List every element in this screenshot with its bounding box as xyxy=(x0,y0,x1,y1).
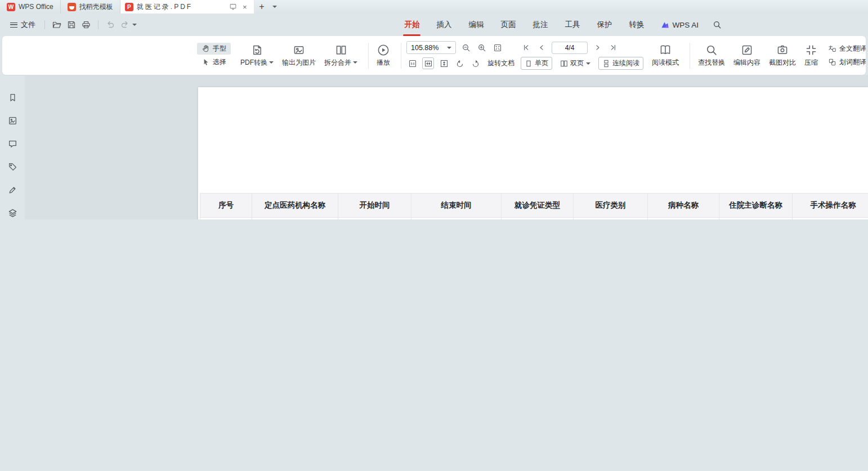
pdf-page: 序号定点医药机构名称开始时间结束时间就诊凭证类型医疗类别病种名称住院主诊断名称手… xyxy=(198,87,868,219)
undo-button[interactable] xyxy=(103,18,118,32)
find-replace-label: 查找替换 xyxy=(698,58,725,68)
close-tab-icon[interactable] xyxy=(240,3,249,11)
pdf-convert-button[interactable]: PDF转换 xyxy=(238,42,276,69)
tab-edit[interactable]: 编辑 xyxy=(460,14,492,36)
find-replace-button[interactable]: 查找替换 xyxy=(695,42,728,69)
rotate-left-button[interactable] xyxy=(454,57,466,69)
compress-button[interactable]: 压缩 xyxy=(802,42,821,69)
play-button[interactable]: 播放 xyxy=(374,42,393,69)
file-menu-button[interactable]: 文件 xyxy=(6,17,40,32)
tab-list-dropdown-icon[interactable] xyxy=(272,6,277,8)
split-merge-icon xyxy=(335,44,347,56)
table-cell: - xyxy=(648,218,719,220)
left-panel-rail xyxy=(0,75,25,219)
pdf-convert-label: PDF转换 xyxy=(240,58,267,68)
page-indicator-input[interactable] xyxy=(552,42,588,54)
bookmarks-pane-button[interactable] xyxy=(6,91,19,104)
previous-page-button[interactable] xyxy=(536,42,548,53)
word-translate-icon xyxy=(828,58,836,66)
tab-home[interactable]: 开始 xyxy=(396,14,428,36)
continuous-reading-button[interactable]: 连续阅读 xyxy=(598,57,643,70)
document-title: 就医记录.PDF xyxy=(137,2,226,12)
chevron-down-icon xyxy=(447,47,451,49)
last-page-icon xyxy=(610,44,617,51)
tab-label: 找稻壳模板 xyxy=(79,2,113,12)
column-header: 就诊凭证类型 xyxy=(502,194,574,218)
toolbar: 手型 选择 PDF转换 输出为图片 拆分合并 xyxy=(2,36,866,75)
print-button[interactable] xyxy=(79,18,93,32)
redo-button[interactable] xyxy=(118,18,132,32)
tab-comment[interactable]: 批注 xyxy=(524,14,556,36)
read-mode-button[interactable]: 阅读模式 xyxy=(649,42,682,69)
fit-width-button[interactable] xyxy=(422,57,434,69)
layers-pane-button[interactable] xyxy=(6,206,19,219)
column-header: 病种名称 xyxy=(648,194,719,218)
screenshot-compare-button[interactable]: 截图对比 xyxy=(766,42,799,69)
rotate-right-button[interactable] xyxy=(469,57,481,69)
ribbon-tab-label: 页面 xyxy=(500,20,516,30)
new-tab-button[interactable] xyxy=(254,0,269,14)
edit-content-button[interactable]: 编辑内容 xyxy=(731,42,763,69)
zoom-level-select[interactable]: 105.88% xyxy=(406,41,456,54)
medical-records-table: 序号定点医药机构名称开始时间结束时间就诊凭证类型医疗类别病种名称住院主诊断名称手… xyxy=(200,193,868,219)
zoom-in-button[interactable] xyxy=(476,42,487,53)
single-page-icon xyxy=(525,60,533,68)
monitor-icon[interactable] xyxy=(229,3,237,11)
tags-pane-button[interactable] xyxy=(6,160,19,173)
select-tool-button[interactable]: 选择 xyxy=(197,56,231,68)
ribbon-tab-bar: 开始 插入 编辑 页面 批注 工具 保护 转换 WPS AI xyxy=(396,14,727,36)
word-translate-label: 划词翻译 xyxy=(839,57,866,67)
tab-document[interactable]: 就医记录.PDF xyxy=(120,0,254,14)
single-page-label: 单页 xyxy=(535,59,548,68)
search-icon xyxy=(713,20,722,29)
tab-wps-ai[interactable]: WPS AI xyxy=(652,14,707,36)
actual-size-button[interactable] xyxy=(406,57,418,69)
rotate-document-button[interactable]: 旋转文档 xyxy=(485,57,517,69)
single-page-button[interactable]: 单页 xyxy=(521,57,552,70)
undo-history-dropdown-icon[interactable] xyxy=(132,24,137,26)
column-header: 医疗类别 xyxy=(574,194,648,218)
docer-logo-icon xyxy=(68,3,76,11)
tag-icon xyxy=(8,162,17,172)
tab-convert[interactable]: 转换 xyxy=(620,14,652,36)
double-page-button[interactable]: 双页 xyxy=(556,57,594,70)
divider xyxy=(98,20,99,29)
next-page-icon xyxy=(594,44,601,51)
tab-tools[interactable]: 工具 xyxy=(556,14,588,36)
column-header: 结束时间 xyxy=(411,194,502,218)
edit-content-label: 编辑内容 xyxy=(733,58,760,68)
zoom-out-button[interactable] xyxy=(460,42,472,53)
fit-page-button[interactable] xyxy=(438,57,450,69)
tab-page[interactable]: 页面 xyxy=(492,14,524,36)
comment-icon xyxy=(8,139,17,149)
search-button[interactable] xyxy=(707,14,727,36)
redo-icon xyxy=(120,20,129,29)
hand-tool-button[interactable]: 手型 xyxy=(197,43,231,55)
menu-bar: 文件 xyxy=(0,14,868,36)
menu-icon xyxy=(10,23,17,28)
save-button[interactable] xyxy=(64,18,79,32)
next-page-button[interactable] xyxy=(592,42,603,53)
tab-insert[interactable]: 插入 xyxy=(428,14,460,36)
export-image-button[interactable]: 输出为图片 xyxy=(279,42,319,69)
signature-pane-button[interactable] xyxy=(6,183,19,196)
fit-width-icon xyxy=(424,59,433,68)
thumbnail-pane-icon xyxy=(8,116,17,125)
table-cell: 2022-08-10 xyxy=(411,218,502,220)
tab-docer-templates[interactable]: 找稻壳模板 xyxy=(61,0,120,14)
first-page-button[interactable] xyxy=(520,42,532,53)
open-file-button[interactable] xyxy=(50,18,64,32)
last-page-button[interactable] xyxy=(607,42,619,53)
screenshot-compare-icon xyxy=(776,44,789,56)
double-page-label: 双页 xyxy=(570,59,584,68)
table-cell: 2022-08-10 xyxy=(338,218,411,220)
full-text-translate-button[interactable]: 全文翻译 xyxy=(824,43,866,55)
tab-protect[interactable]: 保护 xyxy=(588,14,620,36)
split-merge-button[interactable]: 拆分合并 xyxy=(321,42,360,69)
print-icon xyxy=(82,20,91,29)
tab-wps-office[interactable]: WPS Office xyxy=(0,0,61,14)
word-translate-button[interactable]: 划词翻译 xyxy=(824,56,866,68)
comments-pane-button[interactable] xyxy=(6,137,19,150)
thumbnails-pane-button[interactable] xyxy=(6,114,19,127)
fit-window-button[interactable] xyxy=(491,42,503,53)
